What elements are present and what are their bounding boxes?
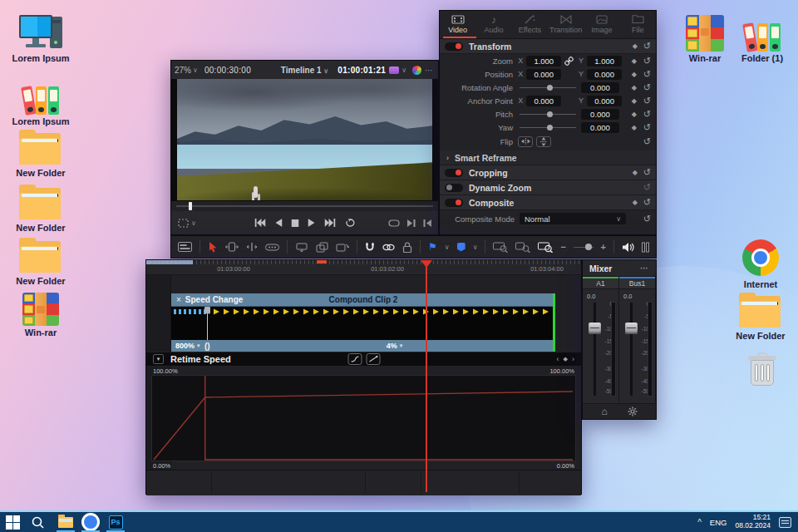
anchor-x-input[interactable]: 0.000 [526,96,561,106]
ease-curve-button[interactable] [347,353,362,365]
tab-transition[interactable]: Transition [548,11,584,38]
loop-button[interactable] [344,219,355,228]
keyframe-icon[interactable]: ◆ [633,169,638,176]
playhead-marker[interactable] [421,260,432,268]
keyframe-icon[interactable]: ◆ [564,356,568,362]
selection-mode-icon[interactable] [208,241,218,253]
next-frame-icon[interactable] [407,219,416,227]
desktop-icon-internet[interactable]: Internet [730,239,791,290]
home-icon[interactable]: ⌂ [601,406,607,417]
cropping-toggle[interactable] [445,169,463,177]
desktop-icon-computer[interactable]: Lorem Ipsum [10,15,71,64]
play-reverse-button[interactable] [274,219,282,227]
yaw-input[interactable]: 0.000 [581,122,619,133]
viewer-zoom-select[interactable]: 27% ∨ [171,66,201,75]
smart-reframe-section[interactable]: › Smart Reframe [440,150,656,165]
dynamic-zoom-toggle[interactable] [445,184,463,192]
cropping-section-header[interactable]: Cropping ◆ ↺ [440,165,656,180]
composite-section-header[interactable]: Composite ◆ ↺ [440,195,656,210]
desktop-icon-folder-1[interactable]: New Folder [10,133,71,179]
yaw-slider[interactable] [518,122,578,133]
keyframe-icon[interactable]: ◆ [632,71,637,78]
marker-icon[interactable] [457,243,466,252]
dynamic-trim-mode-icon[interactable] [246,242,258,252]
keyframe-icon[interactable]: ◆ [632,124,637,131]
transform-section-header[interactable]: Transform ◆ ↺ [440,39,656,54]
desktop-icon-folder-1-binders[interactable]: Folder (1) [732,18,793,64]
timeline-ruler[interactable]: 01:03:00:00 01:03:02:00 01:03:04:00 [146,260,581,275]
speed-right-value[interactable]: 4% [387,342,397,350]
taskbar-clock[interactable]: 15:21 08.02.2024 [735,514,771,530]
pitch-input[interactable]: 0.000 [581,109,619,120]
tab-file[interactable]: File [620,11,656,38]
timeline-view-options-icon[interactable] [178,242,192,252]
speed-change-clip[interactable]: × Speed Change Compound Clip 2 800% [171,293,555,352]
audio-monitor-icon[interactable] [622,242,634,253]
loop-range-icon[interactable] [388,219,400,227]
tab-image[interactable]: Image [584,11,619,38]
desktop-icon-new-folder-right[interactable]: New Folder [730,296,791,342]
scroll-handle[interactable] [146,260,193,264]
keyframe-icon[interactable]: ◆ [632,57,637,65]
desktop-icon-folder-2[interactable]: New Folder [10,188,71,234]
tab-effects[interactable]: Effects [512,11,548,38]
zoom-x-input[interactable]: 1.000 [526,56,561,66]
tab-audio[interactable]: ♪ Audio [475,11,511,38]
tab-video[interactable]: Video [440,11,475,38]
reset-icon[interactable]: ↺ [643,42,651,51]
speed-point-divider[interactable] [207,307,208,340]
reset-icon[interactable]: ↺ [643,83,651,92]
position-y-input[interactable]: 0.000 [587,69,622,80]
chevron-down-icon[interactable]: ∨ [399,66,409,74]
skip-end-button[interactable] [324,219,335,227]
reset-icon[interactable]: ↺ [643,57,651,66]
clip-body[interactable] [171,307,555,340]
replace-clip-icon[interactable] [336,242,349,253]
start-button[interactable] [0,512,25,532]
rotation-angle-slider[interactable] [518,82,578,93]
reset-icon[interactable]: ↺ [643,70,651,79]
reset-icon[interactable]: ↺ [643,137,651,146]
taskbar-search-button[interactable] [25,512,50,532]
play-button[interactable] [308,219,315,227]
retime-curve-area[interactable] [151,375,576,461]
composite-toggle[interactable] [445,199,463,207]
keyframe-icon[interactable]: ◆ [633,199,638,206]
pitch-slider[interactable] [518,109,578,120]
prev-frame-icon[interactable] [423,219,431,227]
viewer-video-area[interactable] [171,79,438,201]
language-indicator[interactable]: ENG [710,518,727,527]
fader-handle[interactable] [625,323,638,334]
reset-icon[interactable]: ↺ [643,214,651,224]
gear-icon[interactable] [628,406,638,416]
link-xy-icon[interactable] [564,57,575,66]
flip-horizontal-button[interactable] [518,136,533,147]
tray-expand-button[interactable]: ^ [697,518,702,527]
flag-icon[interactable]: ⚑ [428,242,437,252]
keyframe-icon[interactable]: ◆ [632,97,637,105]
zoom-detail-icon[interactable] [515,242,530,253]
link-clips-icon[interactable] [382,243,395,252]
chevron-down-icon[interactable]: ∨ [191,219,196,227]
mixer-options-menu[interactable]: ⋯ [640,264,649,273]
fader-handle[interactable] [589,323,601,334]
reset-icon[interactable]: ↺ [643,183,651,192]
zoom-custom-icon[interactable] [538,242,553,253]
reset-icon[interactable]: ↺ [643,123,651,132]
overwrite-clip-icon[interactable] [316,242,328,253]
anchor-y-input[interactable]: 0.000 [587,96,622,106]
keyframe-icon[interactable]: ◆ [633,42,638,50]
reset-icon[interactable]: ↺ [643,96,651,106]
desktop-icon-folder-3[interactable]: New Folder [10,241,71,287]
keyframe-icon[interactable]: ◆ [632,84,637,91]
timeline-zoom-slider[interactable] [574,242,594,252]
color-wheel-icon[interactable] [412,66,421,75]
trim-edit-mode-icon[interactable] [225,242,239,252]
zoom-in-button[interactable]: + [601,242,606,252]
zoom-out-button[interactable]: − [560,242,565,252]
taskbar-explorer-button[interactable] [53,512,78,532]
desktop-icon-recycle-bin[interactable] [732,352,793,387]
keyframe-icon[interactable]: ◆ [632,111,637,118]
position-lock-icon[interactable] [402,242,412,253]
linear-curve-button[interactable] [366,353,380,365]
